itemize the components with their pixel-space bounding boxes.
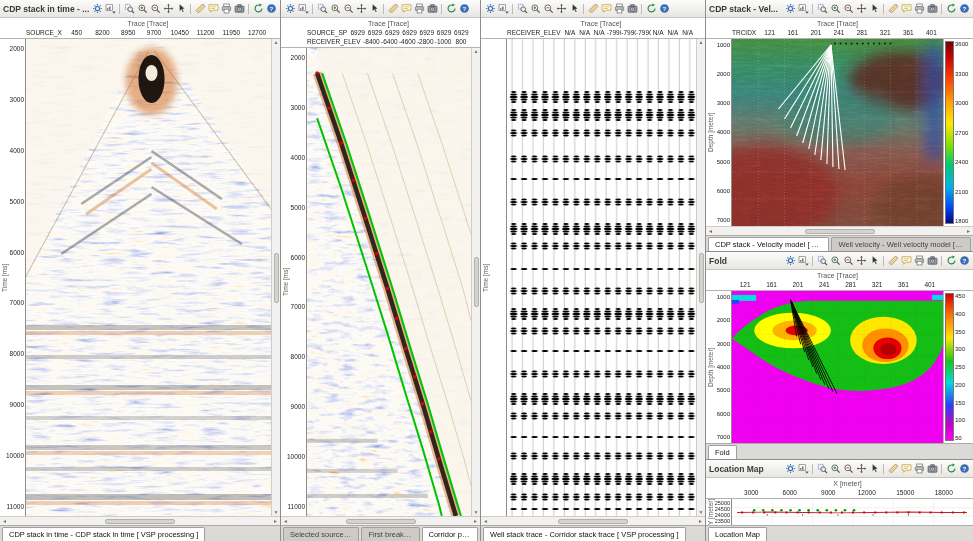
tab[interactable]: Fold <box>708 445 737 459</box>
vertical-scrollbar[interactable]: ▲ ▼ <box>271 39 280 516</box>
tab[interactable]: CDP stack in time - CDP stack in time [ … <box>2 527 205 541</box>
refresh-icon[interactable] <box>252 3 264 15</box>
zoom-area-icon[interactable] <box>316 3 328 15</box>
print-icon[interactable] <box>913 255 925 267</box>
seismic-view-gather[interactable] <box>307 48 471 516</box>
zoom-in-icon[interactable] <box>136 3 148 15</box>
zoom-out-icon[interactable] <box>542 3 554 15</box>
display-mode-icon[interactable] <box>797 463 809 475</box>
zoom-area-icon[interactable] <box>816 463 828 475</box>
horizontal-scrollbar[interactable]: ◄ ► <box>481 516 705 525</box>
seismic-view-corridor-stack[interactable] <box>507 39 696 516</box>
pan-icon[interactable] <box>555 3 567 15</box>
tab[interactable]: Location Map <box>708 527 767 541</box>
scroll-right-icon[interactable]: ► <box>473 519 478 524</box>
comment-icon[interactable] <box>900 3 912 15</box>
select-icon[interactable] <box>868 255 880 267</box>
help-icon[interactable] <box>958 463 970 475</box>
snapshot-icon[interactable] <box>233 3 245 15</box>
comment-icon[interactable] <box>600 3 612 15</box>
zoom-area-icon[interactable] <box>816 3 828 15</box>
comment-icon[interactable] <box>400 3 412 15</box>
settings-icon[interactable] <box>91 3 103 15</box>
measure-icon[interactable] <box>887 463 899 475</box>
comment-icon[interactable] <box>900 463 912 475</box>
zoom-in-icon[interactable] <box>529 3 541 15</box>
tab[interactable]: Corridor picking <box>422 527 478 541</box>
scrollbar-thumb[interactable] <box>699 253 704 303</box>
select-icon[interactable] <box>568 3 580 15</box>
scroll-right-icon[interactable]: ► <box>698 519 703 524</box>
refresh-icon[interactable] <box>945 255 957 267</box>
help-icon[interactable] <box>658 3 670 15</box>
tab[interactable]: First break picks <box>361 527 419 541</box>
snapshot-icon[interactable] <box>426 3 438 15</box>
refresh-icon[interactable] <box>645 3 657 15</box>
velocity-model-view[interactable] <box>732 39 943 226</box>
settings-icon[interactable] <box>784 3 796 15</box>
refresh-icon[interactable] <box>445 3 457 15</box>
fold-map-view[interactable] <box>732 291 943 443</box>
scroll-right-icon[interactable]: ► <box>273 519 278 524</box>
scroll-left-icon[interactable]: ◄ <box>283 519 288 524</box>
print-icon[interactable] <box>613 3 625 15</box>
scroll-up-icon[interactable]: ▲ <box>474 49 479 54</box>
select-icon[interactable] <box>868 3 880 15</box>
help-icon[interactable] <box>958 3 970 15</box>
location-map-view[interactable] <box>732 499 973 525</box>
settings-icon[interactable] <box>484 3 496 15</box>
zoom-area-icon[interactable] <box>123 3 135 15</box>
horizontal-scrollbar[interactable]: ◄ ► <box>0 516 280 525</box>
help-icon[interactable] <box>458 3 470 15</box>
zoom-in-icon[interactable] <box>329 3 341 15</box>
select-icon[interactable] <box>175 3 187 15</box>
scroll-left-icon[interactable]: ◄ <box>708 229 713 234</box>
display-mode-icon[interactable] <box>797 255 809 267</box>
display-mode-icon[interactable] <box>104 3 116 15</box>
measure-icon[interactable] <box>887 255 899 267</box>
scroll-down-icon[interactable]: ▼ <box>474 510 479 515</box>
help-icon[interactable] <box>265 3 277 15</box>
snapshot-icon[interactable] <box>626 3 638 15</box>
scroll-left-icon[interactable]: ◄ <box>2 519 7 524</box>
pan-icon[interactable] <box>855 463 867 475</box>
seismic-view-cdp-stack[interactable] <box>26 39 271 516</box>
select-icon[interactable] <box>868 463 880 475</box>
scroll-up-icon[interactable]: ▲ <box>699 40 704 45</box>
zoom-area-icon[interactable] <box>516 3 528 15</box>
zoom-out-icon[interactable] <box>842 463 854 475</box>
tab[interactable]: Well stack trace - Corridor stack trace … <box>483 527 686 541</box>
scrollbar-thumb[interactable] <box>105 519 175 524</box>
zoom-area-icon[interactable] <box>816 255 828 267</box>
zoom-out-icon[interactable] <box>342 3 354 15</box>
zoom-out-icon[interactable] <box>842 255 854 267</box>
horizontal-scrollbar[interactable]: ◄ ► <box>706 226 973 235</box>
display-mode-icon[interactable] <box>497 3 509 15</box>
display-mode-icon[interactable] <box>797 3 809 15</box>
select-icon[interactable] <box>368 3 380 15</box>
measure-icon[interactable] <box>587 3 599 15</box>
tab[interactable]: Well velocity - Well velocity model [ VS… <box>831 237 971 251</box>
snapshot-icon[interactable] <box>926 3 938 15</box>
help-icon[interactable] <box>958 255 970 267</box>
snapshot-icon[interactable] <box>926 463 938 475</box>
zoom-out-icon[interactable] <box>842 3 854 15</box>
scrollbar-thumb[interactable] <box>805 229 875 234</box>
scroll-up-icon[interactable]: ▲ <box>274 40 279 45</box>
print-icon[interactable] <box>220 3 232 15</box>
scroll-left-icon[interactable]: ◄ <box>483 519 488 524</box>
zoom-in-icon[interactable] <box>829 463 841 475</box>
scrollbar-thumb[interactable] <box>274 253 279 303</box>
pan-icon[interactable] <box>855 3 867 15</box>
comment-icon[interactable] <box>900 255 912 267</box>
refresh-icon[interactable] <box>945 463 957 475</box>
pan-icon[interactable] <box>355 3 367 15</box>
horizontal-scrollbar[interactable]: ◄ ► <box>281 516 480 525</box>
comment-icon[interactable] <box>207 3 219 15</box>
snapshot-icon[interactable] <box>926 255 938 267</box>
vertical-scrollbar[interactable]: ▲ ▼ <box>471 48 480 516</box>
settings-icon[interactable] <box>784 255 796 267</box>
scrollbar-thumb[interactable] <box>346 519 416 524</box>
scroll-down-icon[interactable]: ▼ <box>274 510 279 515</box>
scrollbar-thumb[interactable] <box>558 519 628 524</box>
